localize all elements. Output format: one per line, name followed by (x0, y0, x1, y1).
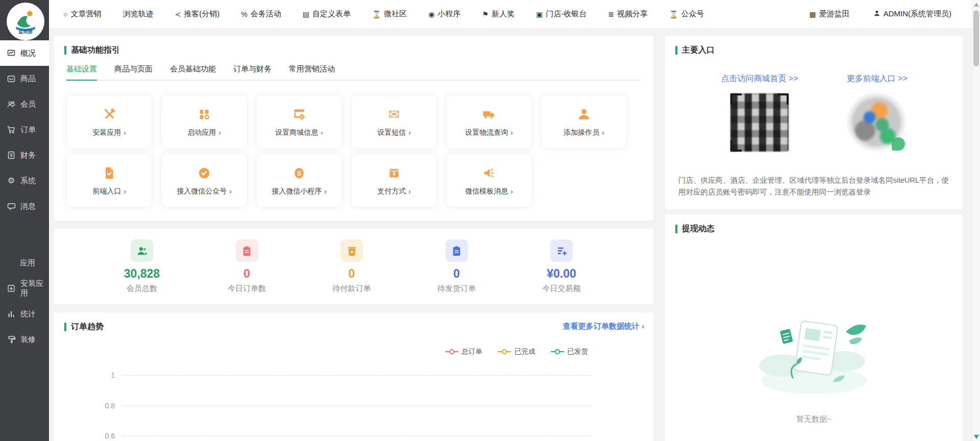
topnav-newcomer-award[interactable]: ⚑新人奖 (482, 9, 515, 19)
topnav-miniprogram[interactable]: ◉小程序 (428, 9, 460, 19)
svg-text:¥: ¥ (393, 171, 396, 177)
stat-value: 0 (243, 267, 250, 281)
stat-today-amount[interactable]: ¥0.00 今日交易额 (531, 239, 592, 293)
tab-orders-finance[interactable]: 订单与财务 (233, 64, 272, 81)
mall-home-qr-code (730, 93, 789, 152)
legend-shipped[interactable]: 已发货 (551, 347, 589, 356)
topnav-browse-track[interactable]: 浏览轨迹 (122, 9, 153, 19)
order-trend-title: 订单趋势 (71, 322, 104, 332)
tab-goods-pages[interactable]: 商品与页面 (114, 64, 153, 81)
guide-card-sms[interactable]: ✉ 设置短信› (352, 95, 436, 148)
chevron-right-icon: › (602, 129, 604, 137)
sidebar-item-message[interactable]: 消息 (0, 193, 49, 219)
stat-today-orders[interactable]: 0 今日订单数 (216, 239, 278, 293)
doc-check-icon (102, 165, 116, 181)
scroll-down-arrow-icon[interactable] (974, 435, 979, 439)
sidebar-label: 财务 (20, 151, 36, 160)
stat-value: 0 (453, 267, 460, 281)
scroll-up-arrow-icon[interactable] (974, 3, 979, 7)
view-more-orders-link[interactable]: 查看更多订单数据统计 › (563, 322, 644, 331)
guide-card-payment[interactable]: ¥ 支付方式› (352, 154, 436, 207)
person-icon (577, 107, 591, 122)
topnav-conference[interactable]: %会务活动 (241, 9, 281, 19)
circle-s-icon: S (292, 165, 306, 181)
community-icon: ⌛ (372, 10, 381, 18)
sidebar-item-finance[interactable]: 财务 (0, 142, 49, 168)
award-icon: ⚑ (482, 10, 489, 18)
topnav-distribution[interactable]: ≺推客(分销) (175, 9, 219, 19)
guide-card-official-account[interactable]: 接入微信公众号› (162, 154, 247, 207)
topnav-official-account[interactable]: ⌛公众号 (669, 9, 704, 19)
chevron-right-icon: › (321, 129, 323, 137)
more-frontend-entries-link[interactable]: 更多前端入口 >> (846, 74, 907, 84)
visit-mall-home-link[interactable]: 点击访问商城首页 >> (721, 74, 798, 84)
official-account-icon: ⌛ (669, 10, 678, 18)
stat-value: 0 (349, 267, 355, 281)
guide-card-mall-info[interactable]: 设置商城信息› (257, 95, 341, 148)
section-accent-bar (64, 323, 66, 331)
legend-completed[interactable]: 已完成 (498, 347, 535, 356)
topnav-video-share[interactable]: ≣视频分享 (608, 9, 648, 19)
stat-total-members[interactable]: 30,828 会员总数 (111, 239, 173, 293)
sidebar-item-decorate[interactable]: 装修 (0, 327, 49, 352)
guide-title: 基础功能指引 (71, 45, 120, 56)
section-accent-bar (64, 46, 66, 55)
scrollbar-thumb[interactable] (973, 10, 979, 66)
y-axis-tick: 1 (89, 371, 115, 379)
sidebar-label: 会员 (20, 100, 36, 109)
site-logo[interactable]: 盐田游 (7, 3, 44, 40)
guide-card-launch-app[interactable]: 启动应用› (162, 95, 247, 148)
install-app-icon (7, 284, 16, 293)
guide-card-miniprogram[interactable]: S 接入微信小程序› (257, 154, 341, 207)
sidebar-label: 商品 (20, 74, 36, 84)
sidebar-label: 统计 (20, 309, 36, 319)
guide-card-install-app[interactable]: 安装应用› (67, 95, 152, 148)
guide-card-logistics[interactable]: 设置物流查询› (447, 95, 531, 148)
stat-pending-payment[interactable]: ¥ 0 待付款订单 (321, 239, 382, 293)
orders-icon (7, 125, 16, 134)
tab-member-basics[interactable]: 会员基础功能 (170, 64, 216, 81)
apps-color-icon (7, 259, 15, 267)
megaphone-icon (482, 165, 496, 181)
chevron-right-icon: › (218, 129, 221, 137)
topnav-micro-community[interactable]: ⌛微社区 (372, 9, 407, 19)
tab-basic-settings[interactable]: 基础设置 (66, 64, 97, 81)
sidebar-item-install-apps[interactable]: 安装应用 (0, 276, 49, 301)
sidebar-item-system[interactable]: ⚙ 系统 (0, 168, 49, 193)
admin-menu-button[interactable]: ADMIN(系统管理员) (873, 9, 951, 19)
sidebar-item-orders[interactable]: 订单 (0, 117, 49, 142)
topnav-article-marketing[interactable]: ○文章营销 (63, 9, 101, 19)
message-icon (7, 202, 16, 211)
stat-pending-delivery[interactable]: 0 待发货订单 (426, 239, 487, 293)
guide-card-frontend-entry[interactable]: 前端入口› (67, 154, 152, 207)
amount-list-icon (550, 239, 573, 262)
line-marker-icon (551, 351, 564, 352)
tab-marketing[interactable]: 常用营销活动 (289, 64, 335, 81)
stat-value: ¥0.00 (547, 267, 576, 281)
app-blocks-icon (197, 107, 211, 122)
cashier-icon: ▣ (536, 10, 543, 18)
chevron-right-icon: › (324, 187, 327, 195)
order-trend-card: 订单趋势 查看更多订单数据统计 › 总订单 已完成 已发货 1 0.8 0.6 (54, 312, 653, 441)
topnav-custom-form[interactable]: ▤自定义表单 (303, 9, 351, 19)
sidebar-item-overview[interactable]: 概况 (0, 40, 49, 66)
top-navigation: ○文章营销 浏览轨迹 ≺推客(分销) %会务活动 ▤自定义表单 ⌛微社区 ◉小程… (63, 9, 704, 19)
legend-total-orders[interactable]: 总订单 (445, 347, 483, 356)
stat-label: 今日订单数 (228, 284, 266, 293)
topnav-store-cashier[interactable]: ▣门店-收银台 (536, 9, 586, 19)
sidebar-item-apps[interactable]: 应用 (0, 250, 49, 276)
chevron-right-icon: › (408, 129, 411, 137)
sidebar-item-goods[interactable]: 商品 (0, 66, 49, 91)
badge-check-icon (197, 165, 211, 181)
miniprogram-icon: ◉ (428, 10, 434, 18)
guide-card-template-message[interactable]: 微信模板消息› (447, 154, 531, 207)
withdraw-title: 提现动态 (682, 224, 715, 234)
store-switch-button[interactable]: ▦爱游盐田 (809, 9, 849, 19)
share-icon: ≺ (175, 10, 181, 18)
entry-note-text: 门店、供应商、酒店、企业管理、区域代理等独立后台登录域名同siteURL平台，使… (678, 175, 951, 199)
guide-card-add-operator[interactable]: 添加操作员› (542, 95, 626, 148)
sidebar-item-statistics[interactable]: 统计 (0, 301, 49, 327)
stats-card: 30,828 会员总数 0 今日订单数 ¥ 0 待付款订单 0 待发货订单 ¥0… (54, 229, 653, 304)
sidebar-item-members[interactable]: 会员 (0, 91, 49, 117)
page-scrollbar[interactable] (972, 0, 980, 441)
